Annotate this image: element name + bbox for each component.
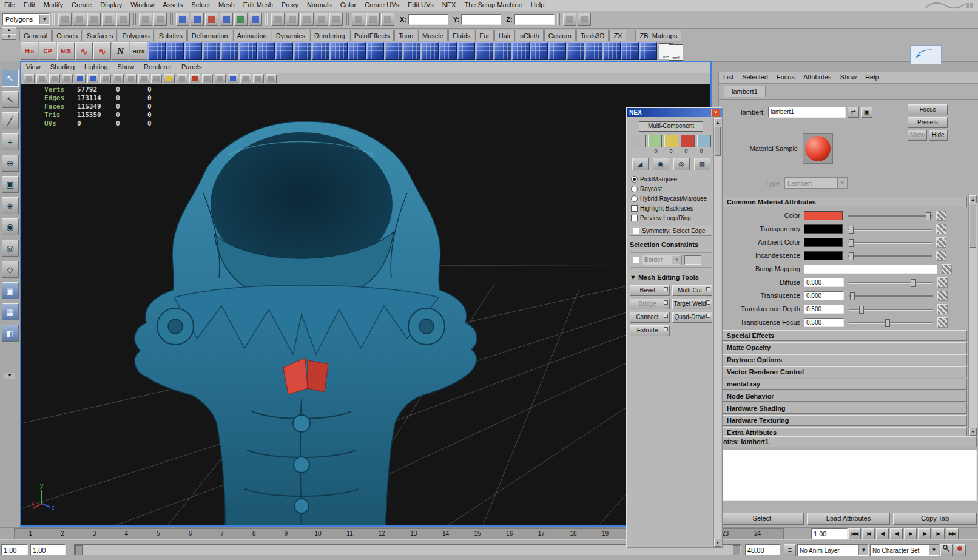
x-coordinate-input[interactable] [408, 14, 448, 25]
history-render-icon[interactable] [300, 13, 314, 26]
radio-icon[interactable] [631, 195, 638, 202]
nex-titlebar[interactable]: NEX × [627, 108, 722, 117]
shelf-tool-button[interactable]: His [21, 42, 38, 60]
menu-item[interactable]: Create [67, 0, 96, 11]
shelf-tab[interactable]: Deformation [187, 30, 232, 41]
panel-toolbar-icon[interactable] [202, 74, 213, 83]
color-swatch[interactable] [804, 211, 843, 220]
toolbox-tool-icon[interactable]: ╱ [2, 112, 19, 129]
checkbox-icon[interactable] [633, 228, 639, 234]
polygon-shelf-icon[interactable] [639, 42, 657, 60]
anim-layer-icon[interactable]: ≡ [784, 544, 796, 556]
toolbar-grip[interactable] [133, 13, 136, 25]
material-sample-swatch[interactable] [803, 133, 833, 164]
shelf-tab[interactable]: Tools3D [576, 30, 609, 41]
file-toolbar-icon[interactable] [73, 13, 86, 26]
diffuse-slider[interactable] [849, 278, 933, 286]
tool-options-icon[interactable] [664, 300, 668, 305]
playback-button[interactable]: ▶| [932, 528, 945, 539]
timeline-frame-tick[interactable]: 12 [366, 529, 398, 539]
shelf-tab[interactable]: Hair [494, 30, 515, 41]
timeline-frame-tick[interactable]: 4 [110, 529, 143, 539]
hide-button[interactable]: Hide [929, 130, 948, 141]
back-arrow-button[interactable] [910, 45, 942, 64]
polygon-shelf-icon[interactable] [603, 42, 621, 60]
mesh-edit-tool-button[interactable]: Multi-Cut [672, 285, 712, 296]
menu-item[interactable]: NEX [438, 0, 460, 11]
sidebar-toggle-icon[interactable] [563, 13, 576, 26]
translucence-focus-field[interactable]: 0.500 [804, 318, 844, 327]
incandescence-swatch[interactable] [804, 251, 843, 260]
character-set-dropdown[interactable]: No Character Set ▼ [870, 544, 939, 556]
mesh-edit-tool-button[interactable]: Quad-Draw [672, 312, 712, 323]
toolbox-more-icon[interactable]: ▼ [4, 373, 15, 379]
polygon-shelf-icon[interactable] [621, 42, 639, 60]
mesh-edit-tool-button[interactable]: Bridge [630, 299, 670, 309]
polygon-shelf-icon[interactable] [494, 42, 511, 60]
history-render-icon[interactable] [286, 13, 299, 26]
collapsed-section-header[interactable]: mental ray [723, 379, 967, 390]
polygon-shelf-icon[interactable] [403, 42, 420, 60]
toolbox-tool-icon[interactable]: ▣ [2, 282, 19, 299]
history-render-icon[interactable] [315, 13, 328, 26]
tab-lambert1[interactable]: lambert1 [724, 86, 766, 97]
snap-icon[interactable] [205, 13, 218, 26]
scroll-up-icon[interactable]: ▲ [714, 118, 721, 126]
tool-options-icon[interactable] [706, 287, 710, 291]
chevron-down-icon[interactable]: ▼ [858, 545, 868, 555]
toolbar-grip[interactable] [170, 13, 173, 25]
timeline-frame-tick[interactable]: 18 [558, 529, 590, 539]
shelf-tab[interactable]: Fur [475, 30, 494, 41]
panel-toolbar-icon[interactable] [215, 74, 226, 83]
transparency-swatch[interactable] [804, 224, 843, 234]
shelf-tab[interactable]: Dynamics [272, 30, 309, 41]
diffuse-field[interactable]: 0.800 [804, 278, 844, 287]
timeline-frame-tick[interactable]: 5 [143, 529, 175, 539]
shelf-tab[interactable]: ZX [609, 30, 626, 41]
file-toolbar-icon[interactable] [116, 13, 130, 26]
texture-map-icon[interactable] [937, 317, 948, 328]
menu-item[interactable]: Select [187, 0, 214, 11]
chevron-down-icon[interactable]: ▼ [39, 15, 49, 24]
nex-selection-tool-icon[interactable]: ▦ [694, 158, 710, 170]
translucence-slider[interactable] [849, 292, 933, 300]
scroll-down-icon[interactable]: ▼ [969, 428, 977, 436]
ae-menu-item[interactable]: Show [835, 72, 861, 83]
ae-menu-item[interactable]: Attributes [799, 72, 835, 83]
shelf-tab[interactable]: Curves [52, 30, 82, 41]
menu-item[interactable]: Color [336, 0, 360, 11]
translucence-focus-slider[interactable] [849, 319, 933, 326]
sidebar-toggle-icon[interactable] [578, 13, 591, 26]
panel-toolbar-icon[interactable] [75, 74, 86, 83]
z-coordinate-input[interactable] [514, 14, 555, 25]
texture-map-icon[interactable] [937, 304, 948, 314]
animation-start-field[interactable]: 1.00 [30, 544, 66, 555]
component-mode-icon[interactable] [681, 135, 695, 147]
polygon-shelf-icon[interactable] [221, 42, 238, 60]
polygon-shelf-icon[interactable] [348, 42, 366, 60]
file-toolbar-icon[interactable] [58, 13, 72, 26]
panel-toolbar-icon[interactable] [189, 74, 200, 83]
auto-key-icon[interactable] [954, 544, 966, 556]
toolbox-tool-icon[interactable]: ◧ [2, 325, 19, 342]
collapse-arrow-icon[interactable]: ▼ [630, 274, 636, 281]
collapsed-section-header[interactable]: Raytrace Options [723, 354, 967, 365]
polygon-shelf-icon[interactable] [294, 42, 311, 60]
polygon-shelf-icon[interactable] [457, 42, 475, 60]
toolbar-grip[interactable] [265, 13, 268, 25]
panel-toolbar-icon[interactable] [24, 74, 35, 83]
translucence-depth-field[interactable]: 0.500 [804, 305, 844, 314]
toolbar-grip[interactable] [346, 13, 349, 25]
timeline-frame-tick[interactable]: 13 [398, 529, 430, 539]
shelf-tab[interactable]: Rendering [310, 30, 349, 41]
panel-toolbar-icon[interactable] [62, 74, 73, 83]
menu-item[interactable]: The Setup Machine [460, 0, 526, 11]
texture-map-icon[interactable] [936, 251, 946, 261]
timeline-frame-tick[interactable]: 17 [525, 529, 558, 539]
constraint-value-field[interactable] [684, 255, 701, 265]
bump-mapping-field[interactable] [804, 265, 937, 274]
polygon-shelf-icon[interactable] [239, 42, 257, 60]
mel-script-icon[interactable]: mel [669, 44, 683, 61]
menu-item[interactable]: Window [126, 0, 158, 11]
timeline-frame-tick[interactable]: 6 [174, 529, 206, 539]
